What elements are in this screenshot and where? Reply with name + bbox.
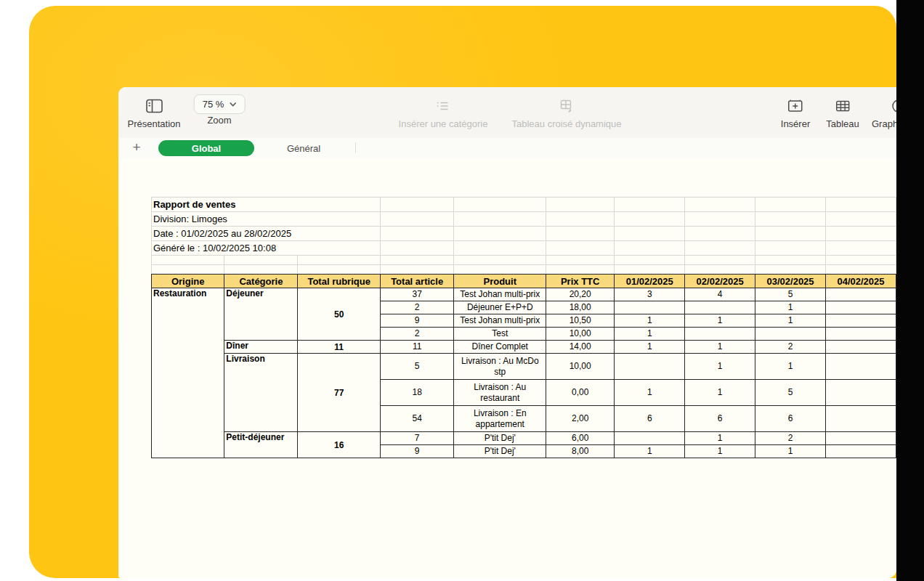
- tab-global[interactable]: Global: [158, 140, 254, 156]
- cell[interactable]: [380, 212, 454, 227]
- product-cell[interactable]: Livraison : Au McDo stp: [454, 354, 546, 380]
- day1-cell[interactable]: 6: [615, 406, 685, 432]
- header-total-article[interactable]: Total article: [380, 275, 454, 288]
- product-cell[interactable]: Livraison : En appartement: [454, 406, 546, 432]
- cell[interactable]: [546, 241, 615, 256]
- insert-button[interactable]: Insérer: [781, 94, 810, 129]
- qty-cell[interactable]: 2: [380, 301, 454, 314]
- category-cell[interactable]: Petit-déjeuner: [224, 432, 298, 458]
- day1-cell[interactable]: [615, 432, 685, 445]
- cell[interactable]: [615, 212, 685, 227]
- cell[interactable]: [685, 227, 755, 241]
- report-division[interactable]: Division: Limoges: [152, 212, 381, 227]
- header-prix-ttc[interactable]: Prix TTC: [546, 275, 615, 288]
- tab-general[interactable]: Général: [280, 140, 328, 156]
- cell[interactable]: [615, 198, 685, 212]
- spreadsheet-canvas[interactable]: Rapport de ventes Division: Limoges: [118, 158, 896, 578]
- product-cell[interactable]: Dîner Complet: [454, 341, 546, 354]
- day3-cell[interactable]: 1: [755, 314, 826, 328]
- day3-cell[interactable]: [755, 328, 826, 341]
- category-cell[interactable]: Dîner: [224, 341, 298, 354]
- category-cell[interactable]: Livraison: [224, 354, 298, 432]
- cell[interactable]: [152, 265, 224, 275]
- zoom-dropdown[interactable]: 75 %: [194, 94, 246, 114]
- cell[interactable]: [826, 256, 896, 265]
- qty-cell[interactable]: 37: [380, 288, 454, 301]
- day2-cell[interactable]: 1: [685, 354, 755, 380]
- qty-cell[interactable]: 7: [380, 432, 454, 445]
- day4-cell[interactable]: [826, 380, 896, 406]
- day4-cell[interactable]: [826, 301, 896, 314]
- cell[interactable]: [454, 212, 546, 227]
- day4-cell[interactable]: [826, 445, 896, 458]
- day3-cell[interactable]: 1: [755, 354, 826, 380]
- presentation-button[interactable]: Présentation: [128, 94, 181, 129]
- day1-cell[interactable]: 1: [615, 341, 685, 354]
- price-cell[interactable]: 6,00: [546, 432, 615, 445]
- cell[interactable]: [454, 227, 546, 241]
- report-title[interactable]: Rapport de ventes: [152, 198, 381, 212]
- cell[interactable]: [298, 265, 380, 275]
- price-cell[interactable]: 10,00: [546, 354, 615, 380]
- price-cell[interactable]: 18,00: [546, 301, 615, 314]
- header-date-2[interactable]: 02/02/2025: [685, 275, 755, 288]
- price-cell[interactable]: 8,00: [546, 445, 615, 458]
- cell[interactable]: [755, 265, 826, 275]
- day4-cell[interactable]: [826, 328, 896, 341]
- chart-button[interactable]: Graphique: [872, 94, 896, 129]
- cell[interactable]: [826, 198, 896, 212]
- qty-cell[interactable]: 18: [380, 380, 454, 406]
- total-rubrique-cell[interactable]: 16: [298, 432, 380, 458]
- cell[interactable]: [380, 198, 454, 212]
- cell[interactable]: [826, 227, 896, 241]
- cell[interactable]: [546, 212, 615, 227]
- day1-cell[interactable]: 3: [615, 288, 685, 301]
- qty-cell[interactable]: 9: [380, 445, 454, 458]
- cell[interactable]: [298, 256, 380, 265]
- price-cell[interactable]: 20,20: [546, 288, 615, 301]
- price-cell[interactable]: 2,00: [546, 406, 615, 432]
- cell[interactable]: [615, 241, 685, 256]
- origin-cell[interactable]: Restauration: [152, 288, 224, 458]
- day2-cell[interactable]: 1: [685, 314, 755, 328]
- day4-cell[interactable]: [826, 288, 896, 301]
- cell[interactable]: [152, 256, 224, 265]
- cell[interactable]: [685, 265, 755, 275]
- header-date-4[interactable]: 04/02/2025: [826, 275, 896, 288]
- day4-cell[interactable]: [826, 406, 896, 432]
- day3-cell[interactable]: 1: [755, 301, 826, 314]
- cell[interactable]: [454, 256, 546, 265]
- header-date-1[interactable]: 01/02/2025: [615, 275, 685, 288]
- day1-cell[interactable]: 1: [615, 380, 685, 406]
- product-cell[interactable]: P'tit Dej': [454, 445, 546, 458]
- cell[interactable]: [615, 256, 685, 265]
- qty-cell[interactable]: 2: [380, 328, 454, 341]
- day2-cell[interactable]: 1: [685, 432, 755, 445]
- cell[interactable]: [454, 241, 546, 256]
- header-categorie[interactable]: Catégorie: [224, 275, 298, 288]
- cell[interactable]: [546, 256, 615, 265]
- day2-cell[interactable]: 1: [685, 380, 755, 406]
- day3-cell[interactable]: 5: [755, 380, 826, 406]
- product-cell[interactable]: Test: [454, 328, 546, 341]
- qty-cell[interactable]: 9: [380, 314, 454, 328]
- cell[interactable]: [615, 227, 685, 241]
- price-cell[interactable]: 14,00: [546, 341, 615, 354]
- header-produit[interactable]: Produit: [454, 275, 546, 288]
- cell[interactable]: [224, 256, 298, 265]
- cell[interactable]: [826, 212, 896, 227]
- cell[interactable]: [546, 198, 615, 212]
- day1-cell[interactable]: 1: [615, 314, 685, 328]
- cell[interactable]: [826, 241, 896, 256]
- cell[interactable]: [685, 198, 755, 212]
- cell[interactable]: [685, 212, 755, 227]
- total-rubrique-cell[interactable]: 11: [298, 341, 380, 354]
- qty-cell[interactable]: 54: [380, 406, 454, 432]
- cell[interactable]: [380, 265, 454, 275]
- header-total-rubrique[interactable]: Total rubrique: [298, 275, 380, 288]
- day3-cell[interactable]: 2: [755, 341, 826, 354]
- day3-cell[interactable]: 1: [755, 445, 826, 458]
- cell[interactable]: [755, 241, 826, 256]
- day2-cell[interactable]: 1: [685, 445, 755, 458]
- cell[interactable]: [755, 212, 826, 227]
